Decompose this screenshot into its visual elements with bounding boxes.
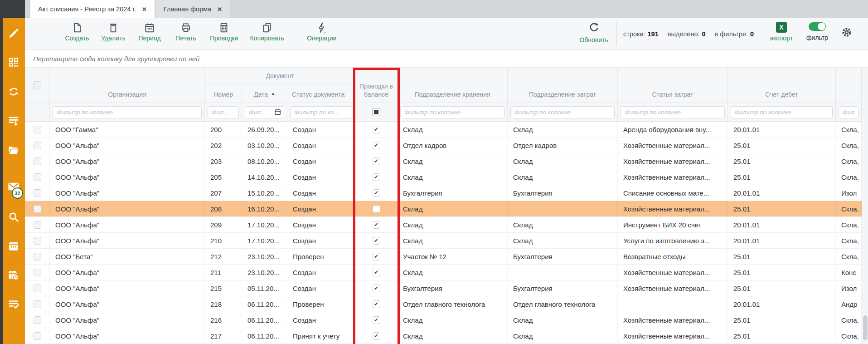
filter-input-organization[interactable]	[53, 106, 202, 118]
print-button[interactable]: Печать	[174, 22, 198, 42]
table-row[interactable]: ООО "Альфа" 218 06.11.20... Проверен Отд…	[25, 296, 862, 312]
column-header-organization[interactable]: Организация	[50, 68, 205, 103]
row-posted-checkbox[interactable]	[373, 221, 380, 229]
row-select-checkbox[interactable]	[34, 316, 41, 324]
edit-nav-button[interactable]	[7, 28, 20, 41]
table-row[interactable]: ООО "Альфа" 215 05.11.20... Создан Бухга…	[25, 280, 862, 296]
toggle-knob	[818, 23, 825, 30]
row-select-checkbox[interactable]	[34, 157, 41, 165]
row-select-checkbox[interactable]	[34, 300, 41, 308]
list-export-nav-button[interactable]	[7, 115, 20, 128]
row-select-checkbox[interactable]	[34, 221, 41, 229]
table-row[interactable]: ООО "Альфа" 216 06.11.20... Создан Склад…	[25, 312, 862, 328]
filter-posted-checkbox-indeterminate[interactable]	[372, 108, 380, 116]
schedule-nav-button[interactable]	[7, 269, 20, 283]
row-posted-checkbox[interactable]	[373, 237, 380, 245]
delete-button[interactable]: Удалить	[101, 22, 126, 42]
row-select-checkbox[interactable]	[34, 237, 41, 245]
period-button[interactable]: Период	[137, 22, 162, 42]
column-header-posted[interactable]: Проводки в балансе	[355, 68, 398, 103]
row-posted-checkbox[interactable]	[373, 253, 380, 260]
table-row[interactable]: ООО "Альфа" 217 06.11.20... Принят к уче…	[25, 328, 862, 344]
group-by-drop-zone[interactable]: Перетащите сюда колонку для группировки …	[25, 50, 868, 68]
row-select-checkbox[interactable]	[34, 142, 41, 149]
row-select-checkbox[interactable]	[34, 126, 41, 133]
table-row[interactable]: ООО "Альфа" 205 14.10.20... Создан Склад…	[25, 169, 862, 185]
column-header-number[interactable]: Номер	[205, 84, 242, 103]
close-icon[interactable]: ✕	[142, 6, 147, 13]
row-posted-checkbox[interactable]	[373, 142, 380, 149]
table-row[interactable]: ООО "Альфа" 203 08.10.20... Создан Склад…	[25, 153, 862, 169]
column-header-storage-dept[interactable]: Подразделение хранения	[398, 68, 508, 103]
table-row[interactable]: ООО "Гамма" 200 26.09.20... Создан Склад…	[25, 122, 862, 138]
row-select-checkbox[interactable]	[34, 253, 41, 260]
row-select-checkbox[interactable]	[34, 173, 41, 181]
column-header-cost-item[interactable]: Статья затрат	[618, 68, 728, 103]
row-select-checkbox[interactable]	[34, 285, 41, 292]
document-group: Документ Номер Дата▲ Статус документа	[205, 68, 355, 103]
filter-input-cost-item[interactable]	[621, 106, 725, 118]
tasks-nav-button[interactable]	[7, 298, 20, 312]
row-posted-checkbox[interactable]	[373, 300, 380, 308]
qr-nav-button[interactable]	[7, 56, 20, 70]
table-row[interactable]: ООО "Альфа" 208 16.10.20... Создан Склад…	[25, 201, 862, 217]
filter-input-doc-status[interactable]	[290, 106, 352, 118]
table-row[interactable]: ООО "Альфа" 210 17.10.20... Создан Склад…	[25, 233, 862, 249]
row-select-checkbox[interactable]	[34, 189, 41, 197]
postings-button[interactable]: Проводки	[210, 22, 238, 42]
row-posted-checkbox[interactable]	[373, 332, 380, 340]
qr-code-icon	[8, 56, 19, 70]
table-row[interactable]: ООО "Альфа" 211 23.10.20... Создан Склад…	[25, 265, 862, 280]
search-nav-button[interactable]	[7, 211, 20, 225]
row-posted-checkbox[interactable]	[373, 285, 380, 292]
column-header-cost-dept[interactable]: Подразделение затрат	[508, 68, 618, 103]
row-select-checkbox[interactable]	[34, 332, 41, 340]
column-header-date[interactable]: Дата▲	[242, 84, 287, 103]
row-select-checkbox[interactable]	[34, 205, 41, 213]
table-row[interactable]: ООО "Альфа" 207 15.10.20... Создан Бухга…	[25, 185, 862, 201]
row-posted-checkbox[interactable]	[373, 189, 380, 197]
filter-input-clipped[interactable]	[839, 106, 858, 118]
cell-doc-status: Создан	[287, 280, 355, 296]
row-posted-checkbox[interactable]	[373, 173, 380, 181]
select-all-checkbox[interactable]	[33, 81, 41, 89]
filter-input-debit-account[interactable]	[731, 106, 833, 118]
cell-debit-account: 25.01	[728, 265, 836, 280]
table-row[interactable]: ООО "Альфа" 209 17.10.20... Создан Склад…	[25, 217, 862, 233]
filter-input-date[interactable]	[245, 106, 284, 118]
cell-storage-dept: Бухгалтерия	[398, 185, 508, 201]
scrollbar-thumb[interactable]	[863, 315, 868, 340]
row-select-checkbox[interactable]	[34, 269, 41, 276]
tab-glavnaya-forma[interactable]: Главная форма ✕	[156, 0, 230, 18]
tab-act-spisaniya[interactable]: Акт списания - Реестр за 2024 г. ✕	[30, 0, 155, 18]
sync-nav-button[interactable]	[7, 86, 20, 99]
filter-input-cost-dept[interactable]	[510, 106, 615, 118]
operations-button[interactable]: Операции	[307, 22, 337, 42]
column-header-clipped[interactable]	[836, 68, 862, 103]
export-excel-button[interactable]: X экспорт	[765, 22, 798, 42]
create-button[interactable]: Создать	[65, 22, 89, 42]
row-posted-checkbox[interactable]	[373, 126, 380, 133]
vertical-scrollbar[interactable]	[862, 68, 868, 344]
filter-input-storage-dept[interactable]	[400, 106, 504, 118]
cell-debit-account: 25.01	[728, 280, 836, 296]
close-icon[interactable]: ✕	[217, 6, 222, 13]
refresh-button[interactable]: Обновить	[573, 21, 614, 44]
column-header-doc-status[interactable]: Статус документа	[287, 84, 355, 103]
new-document-icon	[71, 22, 83, 34]
table-row[interactable]: ООО "Альфа" 202 03.10.20... Создан Отдел…	[25, 138, 862, 153]
row-posted-checkbox[interactable]	[373, 205, 380, 213]
filter-input-number[interactable]	[208, 106, 239, 118]
copy-button[interactable]: Копировать	[250, 22, 284, 42]
documents-nav-button[interactable]	[7, 144, 20, 158]
row-posted-checkbox[interactable]	[373, 157, 380, 165]
settings-button[interactable]	[840, 26, 853, 40]
row-posted-checkbox[interactable]	[373, 269, 380, 276]
column-header-debit-account[interactable]: Счет дебет	[728, 68, 836, 103]
table-row[interactable]: ООО "Бета" 212 23.10.20... Проверен Учас…	[25, 249, 862, 265]
filter-toggle[interactable]: фильтр	[803, 22, 832, 41]
document-group-header[interactable]: Документ	[205, 68, 355, 84]
toggle-switch-on[interactable]	[809, 22, 826, 31]
calendar-nav-button[interactable]	[7, 240, 20, 254]
row-posted-checkbox[interactable]	[373, 316, 380, 324]
